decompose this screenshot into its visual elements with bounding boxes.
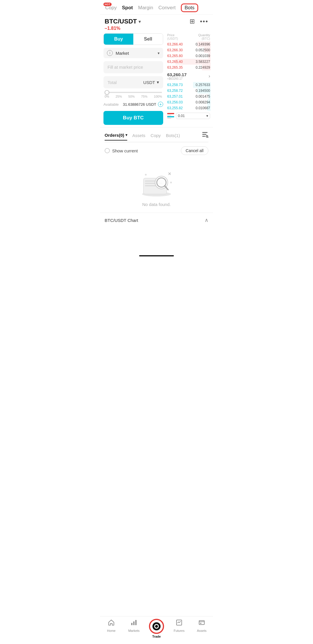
depth-selector[interactable]: 0.01 ▾ (176, 113, 210, 119)
price-input-box: Fill at market price (103, 61, 163, 73)
depth-type-icon[interactable] (167, 113, 174, 119)
chart-chevron-icon[interactable]: ∧ (205, 217, 208, 223)
total-label: Total (108, 80, 117, 85)
sell-price-2: 63,266.30 (167, 48, 183, 52)
buy-price-5: 63,255.82 (167, 106, 183, 110)
nav-bots[interactable]: Bots (185, 5, 194, 10)
tab-orders[interactable]: Orders(0) ▾ (105, 133, 127, 141)
show-current-label: Show current (112, 148, 138, 153)
nav-margin[interactable]: Margin (138, 5, 153, 11)
order-type-selector[interactable]: i Market ▾ (103, 48, 163, 58)
more-options-icon[interactable]: ••• (200, 18, 208, 25)
nav-bots-wrap[interactable]: Bots (181, 3, 198, 12)
show-current-radio[interactable] (105, 148, 110, 153)
depth-caret: ▾ (206, 114, 208, 118)
pair-header: BTC/USDT ▾ ⊞ ••• (100, 15, 213, 26)
svg-rect-0 (202, 132, 208, 133)
depth-value: 0.01 (178, 114, 185, 118)
no-data-illustration: ✕ (138, 167, 175, 198)
svg-text:✕: ✕ (168, 172, 171, 176)
amount-slider[interactable]: 0% 25% 50% 75% 100% (103, 92, 163, 98)
hot-badge: HOT (103, 3, 112, 6)
sell-order-row[interactable]: 63,266.30 0.052500 (167, 47, 211, 53)
svg-rect-9 (145, 185, 156, 186)
buy-sell-tabs: Buy Sell (103, 33, 163, 45)
mid-price-sub: ≈$63260.17 (167, 77, 187, 80)
sell-order-row[interactable]: 63,265.80 0.001039 (167, 53, 211, 59)
home-indicator (139, 255, 174, 256)
sell-orders: 63,266.40 0.149396 63,266.30 0.052500 63… (167, 41, 211, 70)
svg-point-15 (170, 182, 172, 183)
nav-copy-wrap[interactable]: HOT Copy (105, 5, 117, 11)
cancel-all-button[interactable]: Cancel all (181, 146, 208, 155)
top-nav: HOT Copy Spot Margin Convert Bots (100, 0, 213, 15)
available-value: 31.63886726 USDT (123, 102, 156, 107)
order-book: Price(USDT) Quantity(BTC) 63,266.40 0.14… (167, 33, 213, 125)
tab-bots[interactable]: Bots(1) (166, 133, 180, 140)
price-placeholder: Fill at market price (108, 65, 143, 70)
total-currency-selector[interactable]: USDT ▾ (143, 80, 159, 85)
sell-order-row[interactable]: 63,266.40 0.149396 (167, 41, 211, 47)
available-value-wrap: 31.63886726 USDT + (123, 102, 163, 107)
info-icon: i (107, 50, 113, 56)
buy-order-row[interactable]: 63,258.72 0.194500 (167, 88, 211, 94)
slider-label-50: 50% (128, 95, 135, 98)
ob-qty-header: Quantity(BTC) (198, 33, 210, 40)
order-type-caret: ▾ (158, 51, 160, 55)
sell-order-row[interactable]: 63,265.40 3.583227 (167, 59, 211, 65)
buy-orders: 63,258.73 0.257633 63,258.72 0.194500 63… (167, 82, 211, 111)
chart-label: BTC/USDT Chart (105, 218, 138, 223)
nav-spot[interactable]: Spot (122, 5, 133, 11)
buy-order-row[interactable]: 63,255.82 0.010687 (167, 105, 211, 111)
left-panel: Buy Sell i Market ▾ Fill at market price… (100, 33, 167, 125)
ob-price-header: Price(USDT) (167, 33, 178, 40)
slider-label-75: 75% (141, 95, 148, 98)
sell-tab[interactable]: Sell (133, 34, 163, 45)
svg-rect-1 (202, 134, 206, 135)
buy-price-2: 63,258.72 (167, 89, 183, 93)
mid-price-row[interactable]: 63,260.17 ≈$63260.17 › (167, 70, 211, 82)
buy-qty-3: 0.001475 (196, 94, 210, 98)
chart-section: BTC/USDT Chart ∧ (100, 213, 213, 227)
mid-price-arrow[interactable]: › (209, 74, 210, 79)
candlestick-icon[interactable]: ⊞ (190, 18, 195, 25)
buy-price-4: 63,256.03 (167, 100, 183, 104)
sell-price-5: 63,265.35 (167, 65, 183, 70)
slider-track[interactable] (105, 92, 162, 93)
main-area: Buy Sell i Market ▾ Fill at market price… (100, 33, 213, 125)
pair-dropdown-icon[interactable]: ▾ (139, 19, 141, 24)
show-current-row: Show current Cancel all (105, 142, 208, 158)
tab-copy[interactable]: Copy (151, 133, 161, 140)
pair-icons: ⊞ ••• (190, 18, 208, 25)
pair-title[interactable]: BTC/USDT ▾ (105, 18, 141, 25)
slider-label-0: 0% (105, 95, 109, 98)
show-current-toggle[interactable]: Show current (105, 148, 138, 153)
no-data-area: ✕ No data found. (100, 158, 213, 213)
slider-labels: 0% 25% 50% 75% 100% (105, 95, 162, 98)
mid-price: 63,260.17 (167, 72, 187, 77)
total-currency-value: USDT (143, 80, 155, 85)
orders-settings-icon[interactable] (201, 131, 208, 142)
orders-tab-caret[interactable]: ▾ (125, 133, 127, 137)
sell-price-1: 63,266.40 (167, 42, 183, 46)
add-funds-button[interactable]: + (158, 102, 163, 107)
sell-order-row[interactable]: 63,265.35 0.224929 (167, 65, 211, 70)
tab-bots-label: Bots(1) (166, 133, 180, 138)
buy-order-row[interactable]: 63,258.73 0.257633 (167, 82, 211, 88)
buy-btc-button[interactable]: Buy BTC (103, 111, 163, 125)
buy-order-row[interactable]: 63,256.03 0.008294 (167, 99, 211, 105)
tab-orders-label: Orders(0) (105, 133, 124, 138)
buy-price-1: 63,258.73 (167, 83, 183, 87)
svg-point-14 (145, 174, 147, 176)
slider-label-100: 100% (154, 95, 162, 98)
orders-tabs: Orders(0) ▾ Assets Copy Bots(1) (105, 127, 208, 142)
buy-tab[interactable]: Buy (104, 34, 133, 45)
order-type-label: Market (116, 51, 158, 56)
buy-order-row[interactable]: 63,257.01 0.001475 (167, 94, 211, 99)
slider-thumb[interactable] (105, 90, 109, 95)
price-change: –1.81% (100, 26, 213, 33)
tab-assets[interactable]: Assets (132, 133, 145, 140)
sell-qty-3: 0.001039 (196, 54, 210, 58)
nav-convert[interactable]: Convert (158, 5, 176, 11)
available-row: Available 31.63886726 USDT + (103, 102, 163, 107)
